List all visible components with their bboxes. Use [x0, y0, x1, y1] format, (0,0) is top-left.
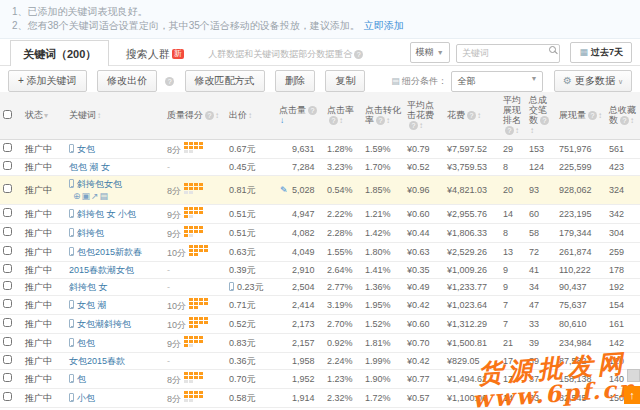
sort-icon[interactable]: ↕ — [515, 126, 519, 135]
delete-button[interactable]: 删除 — [275, 70, 315, 92]
sort-icon[interactable]: ↕ — [248, 111, 252, 120]
copy-button[interactable]: 复制 — [325, 70, 365, 92]
keyword-link[interactable]: 包包 潮 女 — [69, 162, 110, 172]
mobile-device-icon — [69, 247, 74, 256]
keyword-link[interactable]: 斜挎包女包 — [77, 179, 122, 189]
keyword-link[interactable]: 女包 — [77, 144, 95, 154]
sort-icon[interactable]: ↕ — [97, 111, 101, 120]
edit-bid-button[interactable]: 修改出价 — [97, 70, 157, 92]
column-header[interactable]: 总成交笔数?↕ — [526, 92, 556, 140]
favorites-value: 150 — [609, 393, 624, 403]
sort-icon[interactable]: ↕ — [419, 121, 423, 130]
sort-icon[interactable]: ↕ — [339, 116, 343, 125]
table-row: 推广中 包包 9分 0.83元 2,157 0.92% 1.81% ¥0.70 … — [0, 334, 640, 353]
segment-filter-select[interactable]: 全部▼ — [451, 71, 543, 92]
tab-search-crowd[interactable]: 搜索人群新 — [114, 41, 196, 67]
cost-value: ¥1,009.26 — [447, 265, 487, 275]
sort-icon[interactable]: ↕ — [386, 116, 390, 125]
quality-score-value: 10分 — [167, 248, 186, 258]
avg-cpc-value: ¥0.96 — [407, 185, 430, 195]
column-header[interactable]: 点击量?↓ — [276, 92, 324, 140]
ctr-value: 1.23% — [327, 374, 353, 384]
conversion-value: 1.42% — [365, 228, 391, 238]
sidebar-widget-icon[interactable] — [627, 369, 640, 382]
conversion-value: 1.41% — [365, 265, 391, 275]
avg-rank-value: 29 — [503, 144, 513, 154]
bid-value: 0.51元 — [229, 209, 256, 219]
add-now-link[interactable]: 立即添加 — [364, 20, 404, 31]
impressions-value: 225,599 — [559, 162, 592, 172]
info-icon: ? — [205, 111, 214, 120]
bid-value: 0.23元 — [237, 282, 264, 292]
info-icon: ? — [354, 50, 363, 59]
search-input[interactable] — [456, 44, 560, 63]
keyword-link[interactable]: 包包2015新款春 — [77, 247, 142, 257]
ctr-value: 0.92% — [327, 338, 353, 348]
column-header[interactable]: 花费?↕ — [444, 92, 500, 140]
keyword-link[interactable]: 包包 — [77, 338, 95, 348]
column-header[interactable]: 关键词↕ — [66, 92, 164, 140]
row-checkbox[interactable] — [3, 373, 12, 382]
edit-match-button[interactable]: 修改匹配方式 — [185, 70, 265, 92]
keyword-link[interactable]: 包 — [77, 374, 86, 384]
row-checkbox[interactable] — [3, 392, 12, 401]
keyword-hover-icons[interactable]: ⊕▣↗▤ — [73, 191, 109, 201]
row-checkbox[interactable] — [3, 143, 12, 152]
column-header[interactable]: 平均展现排名?↕ — [500, 92, 526, 140]
avg-cpc-value: ¥0.57 — [407, 393, 430, 403]
keyword-link[interactable]: 女包 潮 — [77, 300, 107, 310]
row-checkbox[interactable] — [3, 281, 12, 290]
sort-icon[interactable]: ↕ — [477, 111, 481, 120]
keyword-link[interactable]: 斜挎包 — [77, 228, 104, 238]
column-header[interactable]: 状态▾ — [22, 92, 66, 140]
tab-keywords[interactable]: 关键词（200） — [10, 40, 109, 68]
row-checkbox[interactable] — [3, 246, 12, 255]
column-header[interactable]: 出价↕ — [226, 92, 276, 140]
add-keyword-button[interactable]: + 添加关键词 — [8, 70, 87, 92]
orders-value: 39 — [529, 356, 539, 366]
sort-icon[interactable]: ↕ — [215, 111, 219, 120]
row-checkbox[interactable] — [3, 337, 12, 346]
quality-score-bars — [184, 391, 208, 403]
keyword-link[interactable]: 2015春款潮女包 — [69, 265, 134, 275]
search-icon[interactable] — [549, 46, 556, 53]
select-all-checkbox[interactable] — [3, 110, 12, 119]
conversion-value: 1.70% — [365, 162, 391, 172]
column-header[interactable]: 平均点击花费?↕ — [404, 92, 444, 140]
row-checkbox[interactable] — [3, 355, 12, 364]
column-header[interactable]: 点击率?↕ — [324, 92, 362, 140]
back-to-top-button[interactable]: ↑ — [624, 386, 640, 404]
keyword-link[interactable]: 女包2015春款 — [69, 356, 125, 366]
ctr-value: 2.64% — [327, 265, 353, 275]
avg-rank-value: 9 — [503, 282, 508, 292]
column-header[interactable]: 点击转化率?↕ — [362, 92, 404, 140]
row-checkbox[interactable] — [3, 318, 12, 327]
more-data-button[interactable]: ⚙更多数据∨ — [554, 70, 632, 92]
chevron-down-icon: ▼ — [437, 49, 444, 56]
row-checkbox[interactable] — [3, 208, 12, 217]
row-checkbox[interactable] — [3, 184, 12, 193]
column-header[interactable]: 质量得分?↕ — [164, 92, 226, 140]
sort-icon[interactable]: ↕ — [598, 111, 602, 120]
keyword-link[interactable]: 斜挎包 女 小包 — [77, 209, 136, 219]
keyword-link[interactable]: 女包潮斜挎包 — [77, 319, 131, 329]
keyword-link[interactable]: 斜挎包 女 — [69, 282, 108, 292]
quality-score-bars — [184, 226, 208, 238]
row-checkbox[interactable] — [3, 161, 12, 170]
row-checkbox[interactable] — [3, 227, 12, 236]
column-header[interactable]: 总收藏数?↕ — [606, 92, 640, 140]
match-mode-select[interactable]: 模糊▼ — [410, 42, 450, 63]
sort-icon[interactable]: ↕ — [630, 116, 634, 125]
filter-dropdown-icon[interactable]: ▾ — [44, 111, 48, 120]
row-checkbox[interactable] — [3, 264, 12, 273]
row-checkbox[interactable] — [3, 299, 12, 308]
edit-bid-icon[interactable]: ✎ — [280, 184, 290, 196]
keyword-link[interactable]: 小包 — [77, 393, 95, 403]
sort-icon[interactable]: ↕ — [530, 126, 534, 135]
date-range-button[interactable]: ▦过去7天 — [570, 42, 632, 63]
ctr-value: 1.28% — [327, 144, 353, 154]
quality-score-value: 9分 — [167, 210, 181, 220]
sort-icon[interactable]: ↓ — [280, 116, 284, 125]
column-header[interactable]: 展现量?↕ — [556, 92, 606, 140]
conversion-value: 1.36% — [365, 282, 391, 292]
